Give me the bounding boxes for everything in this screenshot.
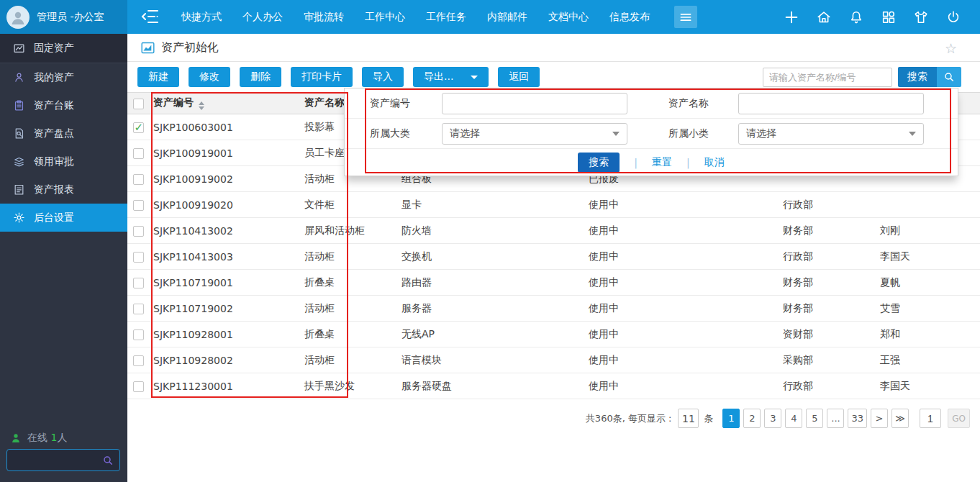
toolbar-button-导入[interactable]: 导入 (362, 67, 404, 87)
page-button-≫[interactable]: ≫ (891, 409, 909, 428)
panel-reset-link[interactable]: 重置 (652, 156, 672, 169)
goto-page-input[interactable] (920, 409, 941, 428)
sidebar-item-我的资产[interactable]: 我的资产 (0, 63, 127, 91)
home-icon[interactable] (816, 9, 832, 25)
table-row[interactable]: SJKP111230001扶手黑沙发服务器硬盘使用中行政部李国天 (127, 373, 980, 399)
table-row[interactable]: SJKP110719001折叠桌路由器使用中财务部夏帆 (127, 270, 980, 296)
sidebar-item-资产盘点[interactable]: 资产盘点 (0, 119, 127, 147)
row-checkbox[interactable] (133, 304, 144, 314)
asset-name-input[interactable] (738, 93, 924, 114)
page-button-...[interactable]: ... (827, 409, 844, 428)
asset-code: SJKP100603001 (149, 114, 300, 140)
favorite-star-icon[interactable]: ☆ (945, 40, 957, 56)
nav-item[interactable]: 快捷方式 (181, 11, 222, 24)
page-button-4[interactable]: 4 (785, 409, 802, 428)
minor-category-select[interactable]: 请选择 (738, 123, 924, 145)
row-checkbox[interactable] (133, 174, 144, 185)
nav-more-button[interactable] (674, 6, 697, 28)
page-button->[interactable]: > (871, 409, 888, 428)
page-button-33[interactable]: 33 (848, 409, 867, 428)
asset-code-input[interactable] (442, 93, 627, 114)
go-button[interactable]: GO (948, 409, 970, 428)
major-category-label: 所属大类 (370, 127, 442, 140)
bell-icon[interactable] (848, 9, 864, 25)
row-checkbox[interactable] (133, 329, 144, 340)
row-checkbox[interactable] (133, 252, 144, 263)
asset-name: 活动柜 (300, 244, 397, 270)
row-checkbox[interactable] (133, 381, 144, 392)
tshirt-icon[interactable] (913, 9, 929, 25)
row-checkbox[interactable] (133, 148, 144, 159)
sort-icon[interactable] (199, 101, 204, 110)
table-row[interactable]: SJKP110413003活动柜交换机使用中行政部李国天 (127, 244, 980, 270)
menu-collapse-icon[interactable] (141, 9, 160, 25)
plus-icon[interactable] (784, 9, 799, 25)
asset-code: SJKP100919002 (149, 166, 300, 192)
nav-item[interactable]: 文档中心 (548, 11, 589, 24)
table-row[interactable]: SJKP110719002活动柜服务器使用中财务部艾雪 (127, 296, 980, 322)
search-button[interactable]: 搜索 (898, 67, 961, 87)
table-row[interactable]: SJKP110928001折叠桌无线AP使用中资财部郑和 (127, 322, 980, 347)
asset-dept: 财务部 (779, 270, 876, 296)
sidebar-item-资产台账[interactable]: 资产台账 (0, 91, 127, 119)
area-chart-icon (140, 40, 155, 55)
select-all-checkbox[interactable] (133, 99, 144, 109)
sidebar-item-资产报表[interactable]: 资产报表 (0, 176, 127, 204)
asset-quick-search-input[interactable] (763, 68, 892, 87)
top-action-icons (784, 0, 961, 34)
sidebar-item-领用审批[interactable]: 领用审批 (0, 147, 127, 176)
row-checkbox[interactable] (133, 278, 144, 288)
table-row[interactable]: SJKP100919020文件柜显卡使用中行政部 (127, 192, 980, 218)
user-name: 管理员 -办公室 (37, 11, 104, 24)
top-nav: 快捷方式个人办公审批流转工作中心工作任务内部邮件文档中心信息发布 (181, 0, 650, 34)
gear-icon (13, 212, 25, 224)
asset-name: 活动柜 (300, 347, 397, 373)
toolbar-button-导出...[interactable]: 导出... (413, 67, 489, 87)
table-row[interactable]: SJKP110928002活动柜语言模块使用中采购部王强 (127, 347, 980, 373)
apps-icon[interactable] (881, 9, 897, 25)
user-info[interactable]: 管理员 -办公室 (0, 0, 127, 34)
nav-item[interactable]: 审批流转 (304, 11, 344, 24)
toolbar-button-打印卡片[interactable]: 打印卡片 (291, 67, 353, 87)
advanced-search-panel: 资产编号 资产名称 所属大类 请选择 所属小类 请选择 搜索 | 重置 | 取消 (344, 88, 958, 176)
nav-item[interactable]: 内部邮件 (487, 11, 527, 24)
panel-search-button[interactable]: 搜索 (578, 153, 620, 173)
toolbar-button-删除[interactable]: 删除 (240, 67, 281, 87)
major-category-select[interactable]: 请选择 (442, 123, 627, 145)
table-row[interactable]: SJKP110413002屏风和活动柜防火墙使用中财务部刘刚 (127, 218, 980, 244)
sidebar-item-固定资产[interactable]: 固定资产 (0, 34, 127, 63)
toolbar-button-新建[interactable]: 新建 (137, 67, 179, 87)
online-status: 在线 1人 (10, 432, 67, 445)
nav-item[interactable]: 信息发布 (609, 11, 650, 24)
column-header-asset-code[interactable]: 资产编号 (149, 93, 300, 114)
asset-status: 使用中 (584, 373, 779, 399)
page-size-box[interactable]: 11 (678, 409, 699, 428)
online-user-icon (10, 432, 22, 444)
sidebar-item-label: 资产盘点 (34, 127, 74, 140)
page-header: 资产初始化 ☆ (127, 34, 980, 62)
nav-item[interactable]: 个人办公 (242, 11, 283, 24)
sidebar-search-input[interactable] (7, 450, 102, 470)
sidebar-item-label: 后台设置 (34, 212, 74, 224)
row-checkbox[interactable] (133, 355, 144, 366)
toolbar-button-返回[interactable]: 返回 (498, 67, 540, 87)
page-button-2[interactable]: 2 (743, 409, 761, 428)
row-checkbox[interactable] (133, 200, 144, 211)
row-checkbox[interactable] (133, 226, 144, 237)
page-button-1[interactable]: 1 (722, 409, 740, 428)
row-checkbox[interactable] (133, 122, 144, 133)
panel-cancel-link[interactable]: 取消 (704, 156, 725, 169)
toolbar-button-修改[interactable]: 修改 (189, 67, 230, 87)
sidebar-search-icon[interactable] (102, 455, 114, 466)
asset-name: 折叠桌 (300, 270, 397, 296)
nav-item[interactable]: 工作中心 (365, 11, 405, 24)
page-button-3[interactable]: 3 (764, 409, 781, 428)
sidebar-menu: 固定资产我的资产资产台账资产盘点领用审批资产报表后台设置 (0, 34, 127, 232)
magnifier-icon (937, 67, 961, 87)
asset-user (876, 192, 980, 218)
power-icon[interactable] (945, 9, 961, 25)
nav-item[interactable]: 工作任务 (426, 11, 466, 24)
page-button-5[interactable]: 5 (806, 409, 823, 428)
asset-name: 折叠桌 (300, 322, 397, 347)
sidebar-item-后台设置[interactable]: 后台设置 (0, 204, 127, 232)
